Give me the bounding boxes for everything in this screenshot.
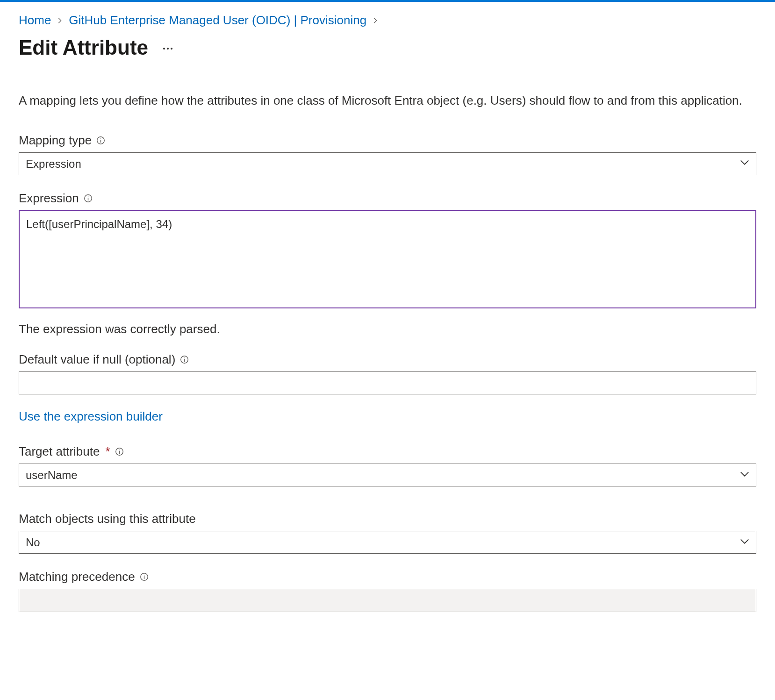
svg-point-1 bbox=[167, 48, 169, 50]
expression-status: The expression was correctly parsed. bbox=[19, 322, 756, 336]
svg-point-12 bbox=[144, 575, 144, 576]
match-objects-select[interactable]: No bbox=[19, 531, 756, 554]
info-icon[interactable] bbox=[96, 136, 105, 145]
breadcrumb-app[interactable]: GitHub Enterprise Managed User (OIDC) | … bbox=[69, 13, 366, 28]
svg-point-8 bbox=[184, 357, 185, 358]
info-icon[interactable] bbox=[115, 447, 124, 456]
expression-label: Expression bbox=[19, 191, 79, 206]
field-match-objects: Match objects using this attribute No bbox=[19, 512, 756, 554]
page-title: Edit Attribute bbox=[19, 36, 148, 59]
default-value-input[interactable] bbox=[19, 371, 756, 394]
required-indicator: * bbox=[105, 444, 110, 459]
info-icon[interactable] bbox=[140, 572, 149, 581]
field-expression: Expression bbox=[19, 191, 756, 311]
info-icon[interactable] bbox=[180, 355, 189, 364]
expression-builder-link[interactable]: Use the expression builder bbox=[19, 409, 163, 424]
matching-precedence-input bbox=[19, 589, 756, 612]
target-attribute-select[interactable]: userName bbox=[19, 464, 756, 486]
field-target-attribute: Target attribute * userName bbox=[19, 444, 756, 486]
mapping-type-select[interactable]: Expression bbox=[19, 152, 756, 175]
svg-point-6 bbox=[87, 196, 88, 197]
expression-input[interactable] bbox=[19, 210, 756, 308]
more-actions-button[interactable] bbox=[159, 39, 176, 56]
field-matching-precedence: Matching precedence bbox=[19, 570, 756, 612]
field-default-value: Default value if null (optional) bbox=[19, 352, 756, 394]
field-mapping-type: Mapping type Expression bbox=[19, 133, 756, 175]
breadcrumb-home[interactable]: Home bbox=[19, 13, 51, 28]
svg-point-4 bbox=[100, 138, 101, 139]
chevron-right-icon bbox=[372, 17, 379, 24]
matching-precedence-label: Matching precedence bbox=[19, 570, 135, 584]
svg-point-2 bbox=[171, 48, 172, 50]
more-horizontal-icon bbox=[163, 44, 173, 51]
page-description: A mapping lets you define how the attrib… bbox=[19, 92, 748, 110]
title-row: Edit Attribute bbox=[19, 36, 756, 59]
breadcrumb: Home GitHub Enterprise Managed User (OID… bbox=[19, 13, 756, 28]
mapping-type-label: Mapping type bbox=[19, 133, 92, 148]
svg-point-0 bbox=[163, 48, 165, 50]
info-icon[interactable] bbox=[84, 194, 93, 203]
svg-point-10 bbox=[119, 450, 119, 450]
chevron-right-icon bbox=[57, 17, 63, 24]
default-value-label: Default value if null (optional) bbox=[19, 352, 175, 367]
page-container: Home GitHub Enterprise Managed User (OID… bbox=[0, 2, 775, 656]
target-attribute-label: Target attribute bbox=[19, 444, 100, 459]
match-objects-label: Match objects using this attribute bbox=[19, 512, 196, 526]
